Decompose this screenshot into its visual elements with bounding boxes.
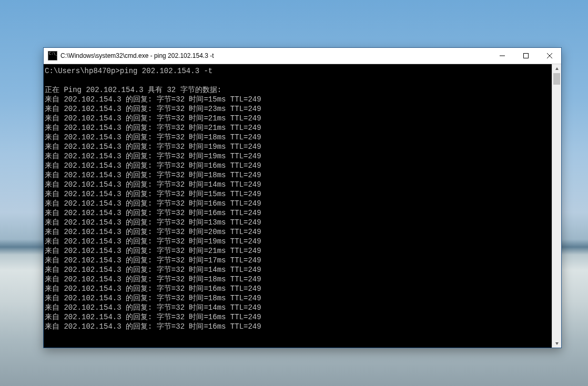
vertical-scrollbar[interactable]	[552, 64, 561, 348]
svg-marker-4	[555, 67, 559, 70]
scroll-up-button[interactable]	[552, 64, 561, 73]
maximize-button[interactable]	[514, 48, 538, 64]
window-title: C:\Windows\system32\cmd.exe - ping 202.1…	[60, 52, 490, 59]
minimize-button[interactable]	[490, 48, 514, 64]
cmd-icon	[48, 51, 57, 60]
cmd-window: C:\Windows\system32\cmd.exe - ping 202.1…	[43, 47, 562, 348]
close-button[interactable]	[538, 48, 561, 64]
titlebar[interactable]: C:\Windows\system32\cmd.exe - ping 202.1…	[44, 48, 561, 64]
scroll-thumb[interactable]	[553, 73, 560, 85]
scroll-track[interactable]	[552, 73, 561, 339]
svg-rect-1	[523, 54, 528, 58]
scroll-down-button[interactable]	[552, 339, 561, 348]
console-output[interactable]: C:\Users\hp8470p>ping 202.102.154.3 -t 正…	[44, 64, 552, 348]
desktop-background: C:\Windows\system32\cmd.exe - ping 202.1…	[0, 0, 588, 386]
svg-rect-0	[500, 56, 505, 56]
svg-marker-5	[555, 342, 559, 345]
window-controls	[490, 48, 561, 64]
client-area: C:\Users\hp8470p>ping 202.102.154.3 -t 正…	[44, 64, 561, 348]
